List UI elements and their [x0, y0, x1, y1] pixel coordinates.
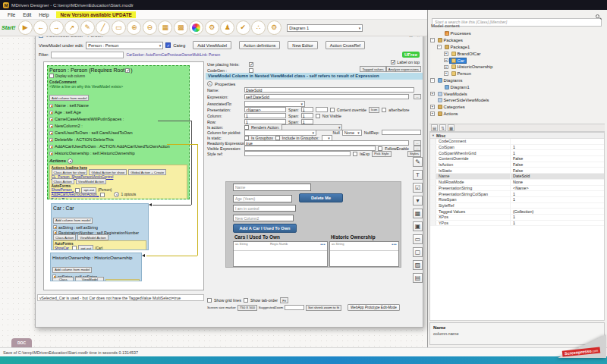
settings-gear-icon[interactable]: ⚙: [267, 20, 281, 35]
model-tree-node[interactable]: +Categories: [430, 104, 605, 111]
Name[interactable]: NameDateSold: [430, 174, 604, 180]
XPos[interactable]: XPos1: [430, 215, 604, 221]
text-block-icon[interactable]: T: [413, 170, 423, 180]
placing-hints-checkbox[interactable]: [249, 62, 253, 67]
PresentationString[interactable]: PresentationString<Name>: [430, 186, 604, 192]
historicownership-viewmodel-box[interactable]: HistoricOwnership : HistoricOwnership Ad…: [50, 253, 142, 281]
Tagged Values[interactable]: Tagged Values(Collection): [430, 209, 604, 215]
model-tree-node[interactable]: +Person: [444, 71, 605, 77]
expression-ellipsis-button[interactable]: ...: [414, 94, 421, 99]
editor-header-button[interactable]: Add ViewModel: [193, 41, 231, 49]
ColSpanWhenInGrid[interactable]: ColSpanWhenInGrid1: [430, 150, 604, 156]
viewmodel-column-item[interactable]: HistoricOwnership : self.HistoricOwnersh…: [49, 150, 187, 157]
category-collapse-icon[interactable]: ▾: [430, 133, 436, 137]
action-create-button[interactable]: ViewModel Action: [76, 178, 107, 184]
screen-tool-icon[interactable]: ▭: [112, 20, 126, 35]
add-column-button[interactable]: Add column from model: [49, 95, 89, 101]
YPos[interactable]: YPos1: [430, 221, 604, 227]
PresentationStringColSpan[interactable]: PresentationStringColSpan1: [430, 191, 604, 197]
action-create-button[interactable]: Global Action + Create: [128, 169, 166, 175]
expression-input[interactable]: [244, 94, 409, 99]
RowSpan[interactable]: RowSpan1: [430, 197, 604, 203]
StyleRef[interactable]: StyleRef: [430, 203, 604, 209]
label-on-top-checkbox[interactable]: [391, 60, 395, 64]
line-tool-icon[interactable]: ╱: [96, 20, 110, 35]
styles-button[interactable]: Styles: [407, 151, 421, 157]
edit-style-icon[interactable]: ✎: [413, 157, 423, 167]
model-tree-node[interactable]: +HistoricOwnership: [444, 64, 605, 71]
historic-grid[interactable]: as String •••: [329, 241, 399, 267]
autoform-link[interactable]: DeleteThis: [52, 198, 69, 199]
codecomment-hint[interactable]: <Write a line on why this ViewModel exis…: [49, 84, 187, 89]
NullRowMode[interactable]: NullRowModeNone: [430, 180, 604, 186]
add-column-button[interactable]: Add column from model: [52, 267, 92, 273]
preview-control-field[interactable]: [233, 205, 296, 212]
display-sub-column-checkbox[interactable]: [49, 74, 54, 78]
column-span-input[interactable]: [301, 113, 313, 118]
action-create-button[interactable]: ViewModel Action: [75, 277, 104, 281]
viewmodel-column-item[interactable]: NewColumn2 :: [49, 123, 187, 130]
start-button[interactable]: Start!: [2, 25, 15, 30]
person-viewmodel-box[interactable]: Person : Person (Requires Root ) Display…: [47, 65, 190, 199]
grid-menu-icon[interactable]: •••: [320, 242, 326, 246]
expander-icon[interactable]: -: [430, 78, 435, 83]
style-ref-input[interactable]: [244, 151, 351, 156]
after-before-checkbox[interactable]: [382, 108, 386, 112]
viewmodel-tree-panel[interactable]: Person : Person (Requires Root ) Display…: [43, 61, 204, 290]
autoform-link[interactable]: AddACarIUsedToOwnAction_: [52, 193, 99, 196]
editor-header-button[interactable]: Action definitions: [239, 41, 280, 49]
viewmodel-column-item[interactable]: asString : self.asString: [53, 224, 146, 230]
combobox-control-icon[interactable]: ▾: [413, 196, 423, 206]
categ-checkbox[interactable]: ✓: [165, 42, 171, 48]
tagged-values-button[interactable]: Tagged values: [360, 66, 385, 72]
model-tree-node[interactable]: -Packages: [430, 37, 605, 44]
sort-alpha-icon[interactable]: ⇅: [439, 124, 446, 131]
editor-header-button[interactable]: New Editor: [288, 41, 317, 49]
expander-icon[interactable]: +: [430, 111, 435, 116]
expander-icon[interactable]: +: [430, 92, 435, 96]
editor-header-button[interactable]: Action CrossRef: [326, 41, 365, 49]
diagram-select[interactable]: Diagram 1▾: [287, 24, 363, 32]
grid-column-header[interactable]: as String: [332, 243, 348, 246]
zoom-in-icon[interactable]: ⊕: [127, 20, 141, 35]
autoform-checkbox[interactable]: [75, 188, 80, 193]
menu-item[interactable]: File: [8, 12, 15, 17]
filter-input[interactable]: [51, 52, 124, 58]
cars-grid[interactable]: as String Regis Numb •••: [233, 241, 328, 267]
add-column-button[interactable]: Add column from model: [53, 218, 93, 224]
picture-control-icon[interactable]: ▨: [413, 260, 423, 270]
requires-root-checkbox[interactable]: [125, 68, 130, 73]
expander-icon[interactable]: +: [444, 58, 448, 63]
grid-menu-icon[interactable]: •••: [392, 242, 397, 246]
show-grid-lines-checkbox[interactable]: [207, 298, 212, 303]
property-category-row[interactable]: ▾ Misc: [430, 133, 604, 139]
name-input[interactable]: [244, 87, 414, 93]
viewmodel-column-item[interactable]: Name : self.Name: [49, 102, 187, 109]
pattern-view-icon[interactable]: ▩: [174, 20, 188, 35]
viewmodel-select[interactable]: Person : Person▾: [86, 42, 163, 49]
model-tree-node[interactable]: -Diagrams: [430, 77, 605, 84]
presentation-span-input[interactable]: [301, 107, 313, 112]
CodeComment[interactable]: CodeComment: [430, 139, 604, 145]
preview-age-field[interactable]: [233, 195, 292, 202]
categorized-icon[interactable]: ▤: [431, 124, 438, 131]
ColSpan[interactable]: ColSpan1: [430, 145, 604, 151]
expander-icon[interactable]: +: [444, 52, 448, 56]
presentation-extra-input[interactable]: [316, 107, 328, 112]
viewmodel-column-item[interactable]: Age : self.Age: [49, 109, 187, 116]
settings-pages-icon[interactable]: ▦: [448, 124, 454, 131]
webapp-prototype-button[interactable]: WebApp Prototype Edit-Mode: [348, 304, 400, 311]
pen-tool-icon[interactable]: ✎: [80, 20, 95, 35]
action-create-button[interactable]: Class Action: [53, 234, 76, 240]
expand-icon[interactable]: ∨: [114, 192, 119, 197]
validate-check-icon[interactable]: ✔: [236, 20, 250, 35]
set-shrink-zoom-button[interactable]: Set shrink zoom to fit: [306, 305, 341, 311]
analyze-expressions-button[interactable]: Analyze expressions: [386, 66, 421, 72]
model-tree-node[interactable]: +Actions: [430, 111, 605, 118]
delete-me-button[interactable]: Delete Me: [299, 193, 343, 202]
viewmodel-column-item[interactable]: CamelCaseMeansIWillPutInSpaces :: [49, 116, 187, 123]
autoform-link[interactable]: ShowPerson_: [52, 188, 74, 192]
pick-style-button[interactable]: Pick Style: [372, 151, 391, 157]
autoform-link[interactable]: ShowCar_: [55, 246, 71, 250]
doc-tab[interactable]: DOC: [11, 338, 32, 347]
